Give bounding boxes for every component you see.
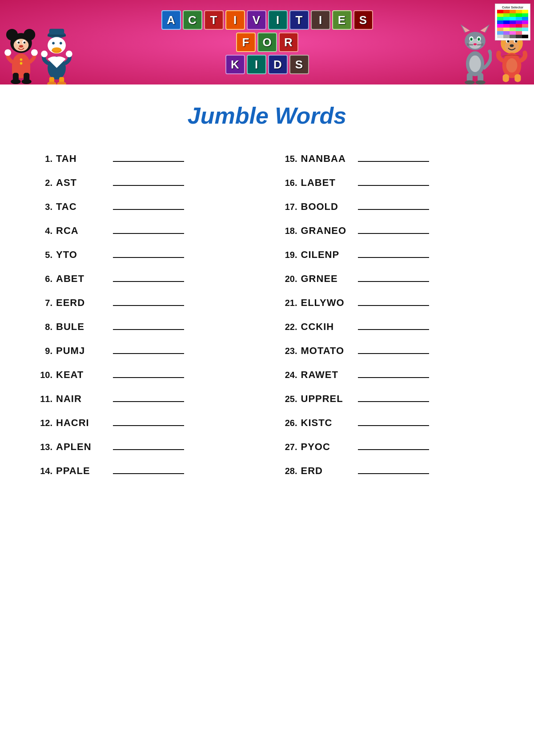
jumbled-word: MOTATO (301, 345, 350, 357)
svg-point-12 (20, 62, 23, 65)
answer-line[interactable] (358, 473, 429, 474)
answer-line[interactable] (113, 329, 184, 330)
answer-line[interactable] (358, 449, 429, 450)
for-row: F O R (236, 32, 298, 52)
answer-line[interactable] (358, 353, 429, 354)
word-number: 8. (36, 322, 52, 332)
svg-point-56 (465, 80, 474, 84)
letter-K: K (225, 55, 245, 74)
word-number: 25. (281, 394, 297, 404)
word-number: 2. (36, 178, 52, 188)
word-number: 21. (281, 298, 297, 308)
word-row: 25.UPPREL (281, 387, 499, 411)
word-row: 10.KEAT (36, 363, 254, 387)
word-number: 3. (36, 202, 52, 212)
letter-V: V (247, 10, 266, 30)
svg-point-8 (19, 45, 23, 48)
jumbled-word: YTO (56, 249, 105, 261)
word-row: 1.TAH (36, 147, 254, 171)
jumbled-word: GRNEE (301, 273, 350, 285)
word-row: 11.NAIR (36, 387, 254, 411)
letter-A: A (161, 10, 181, 30)
jumbled-word: PYOC (301, 441, 350, 453)
word-row: 15.NANBAA (281, 147, 499, 171)
answer-line[interactable] (113, 401, 184, 402)
svg-point-27 (60, 42, 62, 44)
word-number: 7. (36, 298, 52, 308)
svg-point-23 (52, 47, 61, 53)
word-number: 16. (281, 178, 297, 188)
jumbled-word: NAIR (56, 393, 105, 405)
word-row: 23.MOTATO (281, 339, 499, 363)
answer-line[interactable] (358, 233, 429, 234)
answer-line[interactable] (358, 185, 429, 186)
word-row: 17.BOOLD (281, 195, 499, 219)
answer-line[interactable] (113, 233, 184, 234)
answer-line[interactable] (113, 281, 184, 282)
letter-I2: I (268, 10, 288, 30)
svg-point-15 (11, 79, 20, 84)
mickey-mouse-icon (4, 22, 38, 84)
color-swatch-row-5 (497, 24, 528, 28)
word-row: 16.LABET (281, 171, 499, 195)
word-number: 18. (281, 226, 297, 236)
header-title-block: A C T I V I T I E S F O R K I D S (161, 10, 373, 74)
answer-line[interactable] (113, 257, 184, 258)
jumbled-word: KEAT (56, 369, 105, 381)
jumbled-word: KISTC (301, 417, 350, 429)
jumbled-word: BULE (56, 321, 105, 333)
svg-point-68 (510, 44, 514, 47)
svg-point-46 (478, 39, 480, 40)
letter-S2: S (289, 55, 309, 74)
answer-line[interactable] (113, 209, 184, 210)
answer-line[interactable] (358, 257, 429, 258)
letter-R: R (279, 32, 298, 52)
word-number: 9. (36, 346, 52, 356)
svg-point-45 (471, 39, 472, 40)
word-row: 8.BULE (36, 315, 254, 339)
kids-row: K I D S (225, 55, 309, 74)
svg-point-67 (515, 40, 517, 42)
svg-point-6 (18, 41, 20, 44)
answer-line[interactable] (358, 281, 429, 282)
word-number: 27. (281, 442, 297, 452)
jumbled-word: TAH (56, 153, 105, 165)
word-row: 2.AST (36, 171, 254, 195)
word-row: 9.PUMJ (36, 339, 254, 363)
answer-line[interactable] (358, 161, 429, 162)
jumbled-word: UPPREL (301, 393, 350, 405)
jumbled-word: ERD (301, 465, 350, 477)
answer-line[interactable] (113, 353, 184, 354)
answer-line[interactable] (113, 377, 184, 378)
answer-line[interactable] (113, 305, 184, 306)
jumbled-word: RCA (56, 225, 105, 237)
word-row: 21.ELLYWO (281, 291, 499, 315)
answer-line[interactable] (358, 329, 429, 330)
word-row: 28.ERD (281, 459, 499, 483)
answer-line[interactable] (358, 401, 429, 402)
answer-line[interactable] (113, 473, 184, 474)
letter-T1: T (204, 10, 224, 30)
color-swatch-row-1 (497, 10, 528, 13)
word-row: 4.RCA (36, 219, 254, 243)
answer-line[interactable] (358, 377, 429, 378)
answer-line[interactable] (113, 449, 184, 450)
word-number: 22. (281, 322, 297, 332)
answer-line[interactable] (358, 425, 429, 426)
answer-line[interactable] (113, 161, 184, 162)
page-title: Jumble Words (36, 102, 498, 129)
color-swatch-row-6 (497, 28, 528, 31)
donald-duck-icon (40, 27, 73, 84)
svg-point-18 (31, 49, 38, 56)
letter-D: D (268, 55, 288, 74)
svg-point-16 (21, 79, 31, 84)
answer-line[interactable] (113, 185, 184, 186)
word-number: 13. (36, 442, 52, 452)
svg-point-33 (41, 51, 48, 57)
svg-point-57 (475, 80, 485, 84)
answer-line[interactable] (358, 209, 429, 210)
answer-line[interactable] (358, 305, 429, 306)
word-row: 7.EERD (36, 291, 254, 315)
svg-point-32 (57, 82, 66, 85)
answer-line[interactable] (113, 425, 184, 426)
